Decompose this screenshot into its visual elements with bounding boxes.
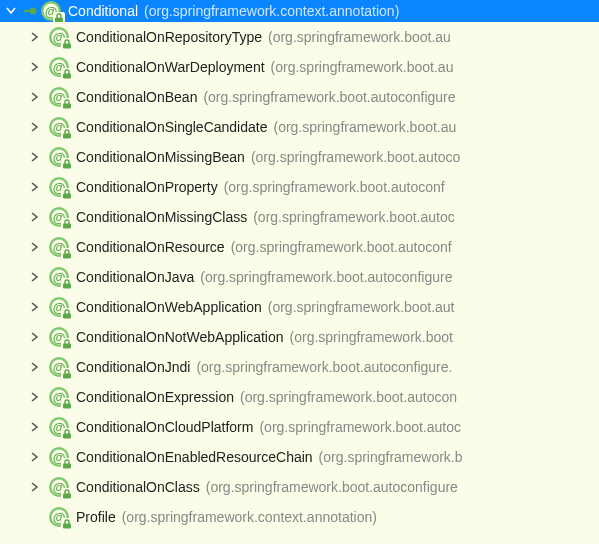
tree-item[interactable]: ConditionalOnCloudPlatform(org.springfra… [0,412,599,442]
tree-item-label: ConditionalOnSingleCandidate(org.springf… [76,119,456,135]
annotation-icon [48,266,70,288]
annotation-icon [48,56,70,78]
annotation-icon [48,476,70,498]
lock-icon [61,338,73,350]
annotation-icon [48,296,70,318]
lock-icon [61,458,73,470]
tree-item-label: ConditionalOnCloudPlatform(org.springfra… [76,419,461,435]
lock-icon [61,128,73,140]
type-name: ConditionalOnJndi [76,359,190,375]
annotation-icon [48,416,70,438]
chevron-right-icon[interactable] [28,210,42,224]
chevron-right-icon[interactable] [28,420,42,434]
package-label: (org.springframework.boot.autoconf [224,179,445,195]
chevron-right-icon[interactable] [28,480,42,494]
lock-icon [61,188,73,200]
tree-item-label: ConditionalOnJava(org.springframework.bo… [76,269,452,285]
package-label: (org.springframework.boot.autoco [251,149,460,165]
type-name: ConditionalOnExpression [76,389,234,405]
package-label: (org.springframework.boot.autoconfigure. [196,359,452,375]
type-name: ConditionalOnNotWebApplication [76,329,284,345]
type-name: ConditionalOnJava [76,269,194,285]
chevron-right-icon[interactable] [28,270,42,284]
lock-icon [53,12,65,22]
tree-item[interactable]: ConditionalOnRepositoryType(org.springfr… [0,22,599,52]
type-hierarchy-tree: Conditional (org.springframework.context… [0,0,599,532]
lock-icon [61,248,73,260]
chevron-down-icon[interactable] [4,4,18,18]
annotation-icon [48,206,70,228]
annotation-icon [48,446,70,468]
tree-item[interactable]: ConditionalOnClass(org.springframework.b… [0,472,599,502]
package-label: (org.springframework.boot.au [271,59,454,75]
tree-root-row[interactable]: Conditional (org.springframework.context… [0,0,599,22]
chevron-right-icon[interactable] [28,180,42,194]
lock-icon [61,488,73,500]
tree-item-label: ConditionalOnBean(org.springframework.bo… [76,89,456,105]
tree-item-label: ConditionalOnExpression(org.springframew… [76,389,457,405]
tree-item[interactable]: ConditionalOnWebApplication(org.springfr… [0,292,599,322]
annotation-icon [48,326,70,348]
chevron-right-icon[interactable] [28,240,42,254]
chevron-right-icon[interactable] [28,120,42,134]
tree-item[interactable]: ConditionalOnEnabledResourceChain(org.sp… [0,442,599,472]
type-name: ConditionalOnMissingBean [76,149,245,165]
tree-item[interactable]: ConditionalOnJndi(org.springframework.bo… [0,352,599,382]
lock-icon [61,398,73,410]
chevron-right-icon[interactable] [28,390,42,404]
tree-item-label: ConditionalOnMissingClass(org.springfram… [76,209,455,225]
chevron-right-icon[interactable] [28,30,42,44]
package-label: (org.springframework.boot.autoc [259,419,461,435]
chevron-right-icon[interactable] [28,450,42,464]
tree-item[interactable]: ConditionalOnBean(org.springframework.bo… [0,82,599,112]
lock-icon [61,518,73,530]
lock-icon [61,218,73,230]
annotation-icon [48,356,70,378]
type-name: ConditionalOnSingleCandidate [76,119,267,135]
chevron-right-icon[interactable] [28,330,42,344]
tree-item[interactable]: ConditionalOnMissingClass(org.springfram… [0,202,599,232]
type-name: ConditionalOnEnabledResourceChain [76,449,313,465]
type-name: ConditionalOnProperty [76,179,218,195]
lock-icon [61,158,73,170]
tree-item-label: Profile(org.springframework.context.anno… [76,509,377,525]
tree-item-label: ConditionalOnResource(org.springframewor… [76,239,452,255]
chevron-right-icon[interactable] [28,60,42,74]
type-name: ConditionalOnClass [76,479,200,495]
tree-item[interactable]: ConditionalOnNotWebApplication(org.sprin… [0,322,599,352]
tree-item-label: ConditionalOnEnabledResourceChain(org.sp… [76,449,463,465]
chevron-right-icon[interactable] [28,300,42,314]
annotation-icon [40,0,62,22]
chevron-right-icon[interactable] [28,90,42,104]
type-name: Profile [76,509,116,525]
package-label: (org.springframework.boot.autoc [253,209,455,225]
annotation-icon [48,236,70,258]
package-label: (org.springframework.boot.autoconf [231,239,452,255]
tree-children: ConditionalOnRepositoryType(org.springfr… [0,22,599,532]
chevron-right-icon[interactable] [28,360,42,374]
tree-item[interactable]: ConditionalOnExpression(org.springframew… [0,382,599,412]
lock-icon [61,98,73,110]
tree-item[interactable]: ConditionalOnJava(org.springframework.bo… [0,262,599,292]
tree-item-label: ConditionalOnWarDeployment(org.springfra… [76,59,453,75]
annotation-icon [48,176,70,198]
type-name: ConditionalOnWebApplication [76,299,262,315]
type-name: ConditionalOnMissingClass [76,209,247,225]
annotation-icon [48,506,70,528]
lock-icon [61,68,73,80]
tree-item[interactable]: ConditionalOnResource(org.springframewor… [0,232,599,262]
tree-item[interactable]: ConditionalOnSingleCandidate(org.springf… [0,112,599,142]
annotation-icon [48,26,70,48]
tree-item[interactable]: ConditionalOnProperty(org.springframewor… [0,172,599,202]
package-label: (org.springframework.boot.autoconfigure [206,479,458,495]
tree-item-label: ConditionalOnWebApplication(org.springfr… [76,299,455,315]
tree-root-label: Conditional (org.springframework.context… [68,3,399,19]
chevron-right-icon[interactable] [28,150,42,164]
package-label: (org.springframework.boot.autoconfigure [200,269,452,285]
tree-item[interactable]: ConditionalOnMissingBean(org.springframe… [0,142,599,172]
tree-item[interactable]: ConditionalOnWarDeployment(org.springfra… [0,52,599,82]
type-name: ConditionalOnCloudPlatform [76,419,253,435]
tree-item[interactable]: Profile(org.springframework.context.anno… [0,502,599,532]
lock-icon [61,428,73,440]
tree-item-label: ConditionalOnJndi(org.springframework.bo… [76,359,452,375]
